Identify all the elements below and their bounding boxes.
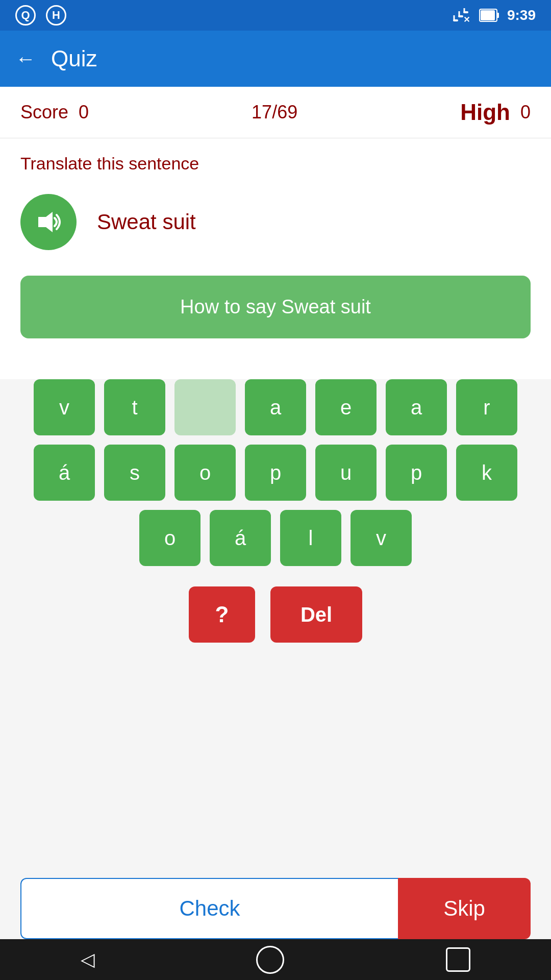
speaker-icon [33, 207, 64, 237]
key-empty-1[interactable] [174, 379, 236, 435]
key-p2[interactable]: p [386, 445, 447, 501]
svg-marker-10 [38, 212, 53, 232]
key-a-accent2[interactable]: á [210, 510, 271, 566]
translation-hint: How to say Sweat suit [180, 296, 371, 317]
main-content: Translate this sentence Sweat suit How t… [0, 138, 551, 379]
status-time: 9:39 [507, 7, 536, 23]
key-a2[interactable]: a [386, 379, 447, 435]
key-o1[interactable]: o [174, 445, 236, 501]
status-bar-right: ✕ 9:39 [453, 6, 536, 24]
phrase-row: Sweat suit [20, 194, 531, 250]
nav-back-icon[interactable]: ◁ [81, 949, 95, 970]
key-a1[interactable]: a [245, 379, 306, 435]
key-e[interactable]: e [315, 379, 377, 435]
score-bar: Score 0 17/69 High 0 [0, 87, 551, 138]
key-u[interactable]: u [315, 445, 377, 501]
progress-text: 17/69 [252, 102, 297, 122]
svg-rect-8 [497, 13, 499, 18]
keyboard-row-3: o á l v [10, 510, 541, 566]
battery-icon [479, 9, 499, 22]
phrase-text: Sweat suit [97, 210, 196, 234]
keyboard-area: v t a e a r á s o p u p k o á l v ? Del [0, 379, 551, 643]
key-l[interactable]: l [280, 510, 341, 566]
bottom-bar: Check Skip [0, 878, 551, 939]
key-a-accent[interactable]: á [34, 445, 95, 501]
key-p1[interactable]: p [245, 445, 306, 501]
high-label: High [460, 100, 510, 125]
delete-button[interactable]: Del [270, 586, 362, 643]
nav-recent-icon[interactable] [446, 947, 470, 972]
translate-instruction: Translate this sentence [20, 154, 531, 174]
app-title: Quiz [51, 46, 97, 71]
key-v[interactable]: v [34, 379, 95, 435]
nav-home-icon[interactable] [256, 946, 284, 974]
high-value: 0 [520, 102, 531, 123]
status-bar-left: Q H [15, 5, 66, 26]
svg-text:✕: ✕ [463, 15, 470, 24]
translation-box[interactable]: How to say Sweat suit [20, 276, 531, 338]
signal-icon: ✕ [453, 6, 471, 24]
skip-button[interactable]: Skip [398, 878, 531, 939]
score-section: Score 0 [20, 102, 89, 123]
score-value: 0 [79, 102, 89, 123]
key-s[interactable]: s [104, 445, 165, 501]
progress-section: 17/69 [252, 102, 297, 123]
app-icon-2: H [46, 5, 66, 26]
keyboard-row-1: v t a e a r [10, 379, 541, 435]
key-v2[interactable]: v [350, 510, 412, 566]
keyboard-row-2: á s o p u p k [10, 445, 541, 501]
key-o2[interactable]: o [139, 510, 201, 566]
back-button[interactable]: ← [15, 47, 36, 70]
nav-bar: ◁ [0, 939, 551, 980]
app-icon-1: Q [15, 5, 36, 26]
score-label: Score [20, 102, 68, 123]
svg-rect-9 [481, 10, 495, 20]
key-t[interactable]: t [104, 379, 165, 435]
hint-button[interactable]: ? [189, 586, 255, 643]
check-button[interactable]: Check [20, 878, 398, 939]
high-section: High 0 [460, 100, 531, 125]
key-k[interactable]: k [456, 445, 517, 501]
status-bar: Q H ✕ 9:39 [0, 0, 551, 31]
app-bar: ← Quiz [0, 31, 551, 87]
key-r[interactable]: r [456, 379, 517, 435]
speaker-button[interactable] [20, 194, 77, 250]
action-row: ? Del [10, 586, 541, 643]
